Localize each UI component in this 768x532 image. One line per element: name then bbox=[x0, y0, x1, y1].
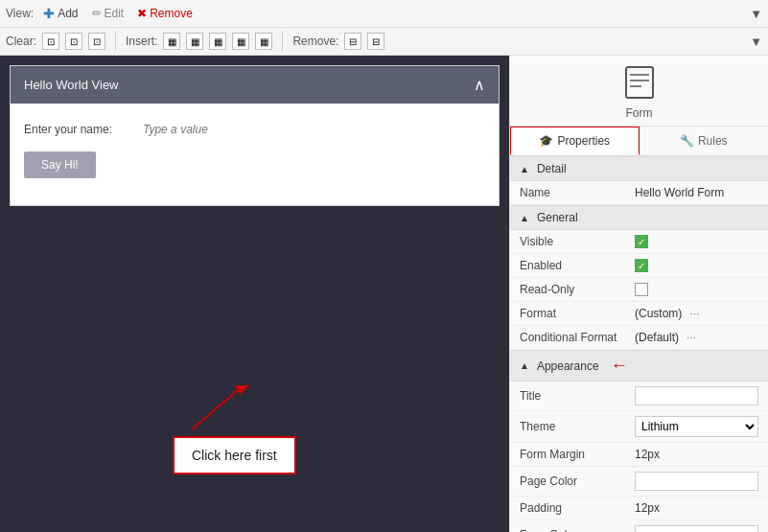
form-name-input[interactable] bbox=[139, 119, 485, 140]
sep2 bbox=[282, 32, 283, 51]
right-panel: Form 🎓 Properties 🔧 Rules ▲ Detail Name … bbox=[509, 56, 768, 532]
form-header: Hello World View ∧ bbox=[11, 66, 499, 104]
general-header: ▲ General bbox=[510, 205, 768, 230]
annotation-arrow-svg bbox=[182, 383, 259, 431]
tab-properties[interactable]: 🎓 Properties bbox=[510, 127, 640, 155]
canvas-white: Hello World View ∧ Enter your name: Say … bbox=[10, 65, 500, 206]
detail-name-row: Name Hello World Form bbox=[510, 181, 768, 205]
svg-rect-2 bbox=[626, 67, 653, 98]
remove-button[interactable]: ✖ Remove bbox=[133, 5, 197, 22]
title-value bbox=[635, 386, 758, 405]
format-value: (Custom) ··· bbox=[635, 307, 758, 320]
form-margin-value: 12px bbox=[635, 448, 758, 461]
say-hi-button[interactable]: Say Hi! bbox=[24, 151, 96, 178]
insert-icon-1[interactable]: ▦ bbox=[163, 33, 180, 50]
title-input[interactable] bbox=[635, 386, 758, 405]
readonly-checkbox[interactable] bbox=[635, 283, 648, 296]
form-color-row: Form Color bbox=[510, 520, 768, 532]
padding-value: 12px bbox=[635, 501, 758, 515]
toolbar2-dropdown[interactable]: ▼ bbox=[750, 35, 762, 49]
form-icon bbox=[510, 65, 768, 106]
detail-name-label: Name bbox=[520, 186, 635, 199]
rules-icon: 🔧 bbox=[680, 134, 694, 148]
detail-header: ▲ Detail bbox=[510, 156, 768, 181]
remove2-label: Remove: bbox=[292, 35, 338, 48]
click-here-box[interactable]: Click here first bbox=[173, 436, 296, 474]
form-body: Enter your name: Say Hi! bbox=[11, 104, 499, 205]
toolbar-row1: View: ✚ Add ✏ Edit ✖ Remove ▼ bbox=[0, 0, 768, 28]
form-preview: Hello World View ∧ Enter your name: Say … bbox=[11, 66, 499, 205]
appearance-chevron: ▲ bbox=[520, 360, 529, 371]
insert-icon-4[interactable]: ▦ bbox=[232, 33, 249, 50]
form-margin-text: 12px bbox=[635, 448, 660, 461]
collapse-icon[interactable]: ∧ bbox=[474, 76, 485, 94]
page-color-input[interactable] bbox=[635, 472, 758, 491]
conditional-label: Conditional Format bbox=[520, 331, 635, 344]
plus-icon: ✚ bbox=[43, 6, 55, 21]
edit-label: Edit bbox=[105, 7, 125, 20]
click-annotation: Click here first bbox=[173, 436, 296, 474]
tab-properties-label: Properties bbox=[557, 134, 610, 148]
title-label: Title bbox=[520, 389, 635, 403]
detail-chevron: ▲ bbox=[520, 164, 529, 174]
panel-tabs: 🎓 Properties 🔧 Rules bbox=[510, 127, 768, 156]
insert-icon-3[interactable]: ▦ bbox=[209, 33, 226, 50]
clear-icon-1[interactable]: ⊡ bbox=[42, 33, 59, 50]
tab-rules[interactable]: 🔧 Rules bbox=[640, 127, 769, 155]
appearance-header: ▲ Appearance ← bbox=[510, 350, 768, 382]
enabled-label: Enabled bbox=[520, 259, 635, 272]
appearance-section: ▲ Appearance ← Title Theme Lithium bbox=[510, 350, 768, 532]
page-color-label: Page Color bbox=[520, 474, 635, 488]
form-name-label: Enter your name: bbox=[24, 123, 129, 136]
page-color-row: Page Color bbox=[510, 467, 768, 497]
form-color-label: Form Color bbox=[520, 528, 635, 532]
format-row: Format (Custom) ··· bbox=[510, 302, 768, 326]
format-label: Format bbox=[520, 307, 635, 320]
page-color-value bbox=[635, 472, 758, 491]
click-here-text: Click here first bbox=[192, 448, 277, 463]
main-area: Hello World View ∧ Enter your name: Say … bbox=[0, 56, 768, 532]
clear-icon-3[interactable]: ⊡ bbox=[88, 33, 105, 50]
toolbar-dropdown[interactable]: ▼ bbox=[750, 7, 762, 21]
conditional-value: (Default) ··· bbox=[635, 331, 758, 344]
enabled-checkbox[interactable]: ✓ bbox=[635, 259, 648, 272]
visible-row: Visible ✓ bbox=[510, 230, 768, 254]
general-header-label: General bbox=[537, 211, 578, 224]
general-chevron: ▲ bbox=[520, 213, 529, 223]
insert-icon-5[interactable]: ▦ bbox=[255, 33, 272, 50]
padding-text: 12px bbox=[635, 501, 660, 515]
form-svg-icon bbox=[622, 65, 657, 100]
padding-row: Padding 12px bbox=[510, 497, 768, 520]
sep1 bbox=[115, 32, 116, 51]
insert-icon-2[interactable]: ▦ bbox=[186, 33, 203, 50]
svg-line-0 bbox=[192, 388, 240, 429]
form-btn-row: Say Hi! bbox=[24, 151, 485, 178]
form-margin-label: Form Margin bbox=[520, 448, 635, 461]
detail-section: ▲ Detail Name Hello World Form bbox=[510, 156, 768, 205]
remove-icon-1[interactable]: ⊟ bbox=[344, 33, 361, 50]
conditional-text: (Default) bbox=[635, 331, 679, 344]
pencil-icon: ✏ bbox=[92, 7, 102, 20]
clear-icon-2[interactable]: ⊡ bbox=[65, 33, 82, 50]
panel-form-label: Form bbox=[510, 106, 768, 120]
theme-row: Theme Lithium bbox=[510, 411, 768, 443]
form-margin-row: Form Margin 12px bbox=[510, 443, 768, 467]
theme-select[interactable]: Lithium bbox=[635, 416, 758, 437]
visible-checkbox[interactable]: ✓ bbox=[635, 235, 648, 248]
detail-name-value: Hello World Form bbox=[635, 186, 758, 199]
title-row: Title bbox=[510, 382, 768, 411]
general-section: ▲ General Visible ✓ Enabled ✓ Read-Only bbox=[510, 205, 768, 350]
clear-label: Clear: bbox=[6, 35, 36, 48]
format-dots[interactable]: ··· bbox=[689, 307, 699, 320]
conditional-dots[interactable]: ··· bbox=[687, 331, 696, 344]
form-color-value bbox=[635, 525, 758, 532]
remove-icon-2[interactable]: ⊟ bbox=[367, 33, 384, 50]
add-button[interactable]: ✚ Add bbox=[39, 4, 81, 23]
conditional-row: Conditional Format (Default) ··· bbox=[510, 326, 768, 350]
edit-button[interactable]: ✏ Edit bbox=[88, 5, 128, 22]
theme-label: Theme bbox=[520, 420, 635, 433]
enabled-row: Enabled ✓ bbox=[510, 254, 768, 278]
form-title: Hello World View bbox=[24, 78, 119, 92]
form-color-input[interactable] bbox=[635, 525, 758, 532]
toolbar-row2: Clear: ⊡ ⊡ ⊡ Insert: ▦ ▦ ▦ ▦ ▦ Remove: ⊟… bbox=[0, 28, 768, 56]
